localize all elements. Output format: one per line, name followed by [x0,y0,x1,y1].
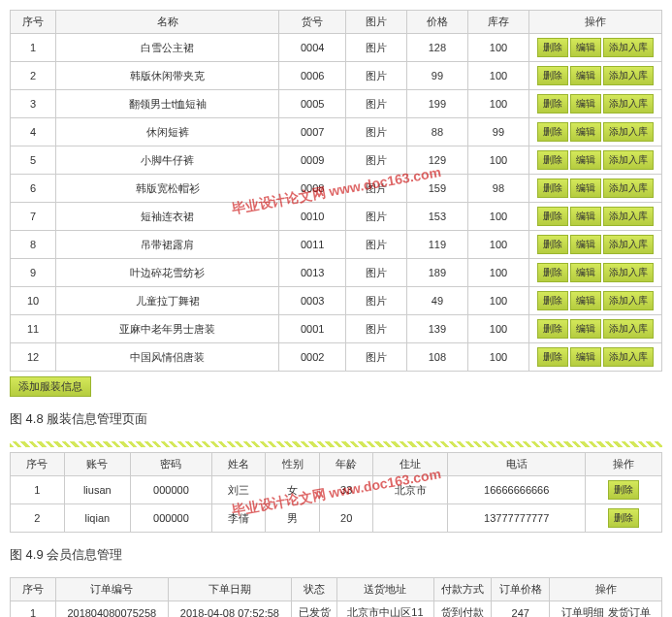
delete-button[interactable]: 删除 [608,480,639,500]
edit-button[interactable]: 编辑 [570,347,601,367]
col-header: 库存 [467,11,528,34]
del-button[interactable]: 删除 [537,122,568,142]
cell: 10 [11,287,56,315]
cell: 129 [406,146,467,175]
cell: 图片 [345,118,406,146]
col-header: 序号 [11,453,65,476]
edit-button[interactable]: 编辑 [570,150,601,170]
add-button[interactable]: 添加入库 [603,179,654,198]
cell: 图片 [345,34,406,62]
cell: 153 [406,203,467,231]
cell: 货到付款 [433,601,492,618]
del-button[interactable]: 删除 [537,263,568,282]
divider [10,441,662,447]
table-row: 11亚麻中老年男士唐装0001图片139100删除编辑添加入库 [11,315,662,343]
cell: 100 [467,203,528,231]
del-button[interactable]: 删除 [537,66,568,85]
cell: 图片 [345,175,406,203]
del-button[interactable]: 删除 [537,291,568,310]
table-row: 7短袖连衣裙0010图片153100删除编辑添加入库 [11,203,662,231]
col-header: 图片 [345,11,406,34]
cell: 白雪公主裙 [56,34,279,62]
col-header: 订单编号 [56,578,169,601]
add-button[interactable]: 添加入库 [603,207,654,226]
edit-button[interactable]: 编辑 [570,319,601,339]
edit-button[interactable]: 编辑 [570,235,601,254]
col-header: 付款方式 [433,578,492,601]
cell: liqian [64,504,130,533]
col-header: 年龄 [319,453,373,476]
del-button[interactable]: 删除 [537,179,568,198]
add-button[interactable]: 添加入库 [603,347,654,367]
cell: 0004 [279,34,345,62]
add-button[interactable]: 添加入库 [603,291,654,310]
cell: 女 [266,476,320,504]
cell: 图片 [345,259,406,287]
ops-cell: 删除编辑添加入库 [529,90,662,118]
cell: 100 [467,287,528,315]
cell: 201804080075258 [56,601,169,618]
order-detail-link[interactable]: 订单明细 [561,606,604,617]
edit-button[interactable]: 编辑 [570,263,601,282]
cell: 中国风情侣唐装 [56,343,279,372]
edit-button[interactable]: 编辑 [570,207,601,226]
edit-button[interactable]: 编辑 [570,291,601,310]
cell: 000000 [131,476,212,504]
cell: 0007 [279,118,345,146]
cell: 图片 [345,315,406,343]
col-header: 账号 [64,453,130,476]
table-row: 12中国风情侣唐装0002图片108100删除编辑添加入库 [11,343,662,372]
ops-cell: 订单明细发货订单 [550,601,662,618]
del-button[interactable]: 删除 [537,235,568,254]
del-button[interactable]: 删除 [537,150,568,170]
col-header: 密码 [131,453,212,476]
ops-cell: 删除编辑添加入库 [529,118,662,146]
del-button[interactable]: 删除 [537,347,568,367]
add-button[interactable]: 添加入库 [603,263,654,282]
edit-button[interactable]: 编辑 [570,94,601,114]
add-button[interactable]: 添加入库 [603,66,654,85]
col-header: 状态 [292,578,337,601]
del-button[interactable]: 删除 [537,207,568,226]
caption-48: 图 4.8 服装信息管理页面 [10,410,662,428]
edit-button[interactable]: 编辑 [570,38,601,57]
cell: 0001 [279,315,345,343]
table-row: 10儿童拉丁舞裙0003图片49100删除编辑添加入库 [11,287,662,315]
table-row: 12018040800752582018-04-08 07:52:58已发货北京… [11,601,662,618]
cell: 16666666666 [448,476,586,504]
edit-button[interactable]: 编辑 [570,179,601,198]
ops-cell: 删除 [586,476,662,504]
add-button[interactable]: 添加入库 [603,150,654,170]
ship-order-link[interactable]: 发货订单 [608,606,651,617]
cell: 2 [11,62,56,90]
del-button[interactable]: 删除 [537,94,568,114]
cell: 儿童拉丁舞裙 [56,287,279,315]
cell: 0009 [279,146,345,175]
add-button[interactable]: 添加入库 [603,235,654,254]
cell: 图片 [345,343,406,372]
cell: 小脚牛仔裤 [56,146,279,175]
del-button[interactable]: 删除 [537,319,568,339]
ops-cell: 删除编辑添加入库 [529,146,662,175]
add-button[interactable]: 添加入库 [603,38,654,57]
cell: 0013 [279,259,345,287]
table-row: 4休闲短裤0007图片8899删除编辑添加入库 [11,118,662,146]
cell: 刘三 [211,476,266,504]
edit-button[interactable]: 编辑 [570,122,601,142]
ops-cell: 删除编辑添加入库 [529,62,662,90]
cell: 98 [467,175,528,203]
cell: 119 [406,231,467,259]
cell: 100 [467,146,528,175]
del-button[interactable]: 删除 [537,38,568,57]
ops-cell: 删除 [586,504,662,533]
add-button[interactable]: 添加入库 [603,94,654,114]
add-clothes-button[interactable]: 添加服装信息 [10,376,91,397]
cell: 000000 [131,504,212,533]
delete-button[interactable]: 删除 [608,508,639,528]
edit-button[interactable]: 编辑 [570,66,601,85]
col-header: 电话 [448,453,586,476]
cell: 8 [11,231,56,259]
add-button[interactable]: 添加入库 [603,122,654,142]
cell: 图片 [345,203,406,231]
add-button[interactable]: 添加入库 [603,319,654,339]
